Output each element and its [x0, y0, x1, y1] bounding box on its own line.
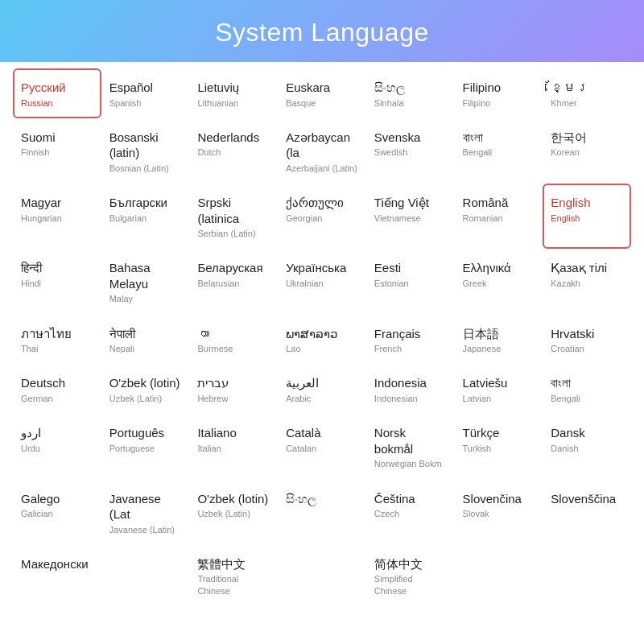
- language-item[interactable]: Tiếng ViệtVietnamese: [366, 184, 455, 249]
- language-item[interactable]: Javanese (LatJavanese (Latin): [101, 480, 190, 545]
- language-item[interactable]: DeutschGerman: [13, 364, 101, 414]
- language-item[interactable]: FilipinoFilipino: [455, 68, 543, 118]
- language-english-name: Belarusian: [197, 278, 270, 289]
- language-item[interactable]: ქართულიGeorgian: [278, 184, 366, 249]
- language-native-name: Filipino: [463, 80, 535, 96]
- language-item[interactable]: ພາສາລາວLao: [278, 315, 366, 365]
- language-english-name: Javanese (Latin): [109, 524, 182, 535]
- language-item[interactable]: Македонски: [13, 545, 101, 606]
- language-grid: РусскийRussianEspañolSpanishLietuviųLith…: [0, 62, 644, 619]
- language-item[interactable]: ภาษาไทยThai: [13, 315, 101, 365]
- language-item[interactable]: नेपालीNepali: [101, 315, 190, 365]
- language-native-name: Português: [109, 425, 182, 441]
- language-item[interactable]: ČeštinaCzech: [366, 480, 455, 545]
- language-item[interactable]: සිංහල: [278, 480, 366, 545]
- language-english-name: Danish: [551, 443, 623, 454]
- language-item[interactable]: Slovenščina: [543, 480, 631, 545]
- page-header: System Language: [0, 0, 644, 62]
- language-item[interactable]: MagyarHungarian: [13, 184, 101, 249]
- language-native-name: Română: [463, 195, 535, 211]
- language-native-name: Қазақ тілі: [551, 260, 623, 276]
- language-item[interactable]: FrançaisFrench: [366, 315, 455, 365]
- language-item[interactable]: हिन्दीHindi: [13, 249, 101, 314]
- language-item[interactable]: 한국어Korean: [543, 118, 631, 184]
- language-item[interactable]: [101, 545, 190, 606]
- language-native-name: Deutsch: [21, 375, 93, 391]
- language-english-name: Bulgarian: [109, 213, 182, 224]
- language-native-name: Indonesia: [374, 375, 447, 391]
- language-item[interactable]: اردوUrdu: [13, 414, 101, 479]
- language-item[interactable]: RomânăRomanian: [455, 184, 543, 249]
- language-english-name: Turkish: [463, 443, 535, 454]
- language-english-name: Thai: [21, 343, 93, 354]
- language-item[interactable]: PortuguêsPortuguese: [101, 414, 190, 479]
- language-native-name: O'zbek (lotin): [109, 375, 182, 391]
- language-item[interactable]: 日本語Japanese: [455, 315, 543, 365]
- language-native-name: ထာ: [197, 326, 270, 342]
- language-item[interactable]: Bahasa MelayuMalay: [101, 249, 190, 314]
- language-item[interactable]: বাংলাBengali: [543, 364, 631, 414]
- language-item[interactable]: БеларускаяBelarusian: [189, 249, 278, 314]
- language-item[interactable]: O'zbek (lotin)Uzbek (Latin): [189, 480, 278, 545]
- language-item[interactable]: TürkçeTurkish: [455, 414, 543, 479]
- language-native-name: Bahasa Melayu: [109, 260, 182, 291]
- language-item[interactable]: 繁體中文Traditional Chinese: [189, 545, 278, 606]
- language-item[interactable]: 简体中文Simplified Chinese: [366, 545, 455, 606]
- language-english-name: Greek: [463, 278, 535, 289]
- language-item[interactable]: SvenskaSwedish: [366, 118, 455, 184]
- language-native-name: Українська: [286, 260, 358, 276]
- language-item[interactable]: Norsk bokmålNorwegian Bokm: [366, 414, 455, 479]
- language-native-name: नेपाली: [109, 326, 182, 342]
- language-english-name: Khmer: [551, 97, 623, 109]
- language-item[interactable]: বাংলাBengali: [455, 118, 543, 184]
- language-item[interactable]: CatalàCatalan: [278, 414, 366, 479]
- language-item[interactable]: Bosanski (latin)Bosnian (Latin): [101, 118, 190, 184]
- language-item[interactable]: EspañolSpanish: [101, 68, 190, 118]
- language-item[interactable]: [455, 545, 543, 606]
- language-english-name: Korean: [551, 147, 623, 158]
- language-item[interactable]: العربيةArabic: [278, 364, 366, 414]
- language-item[interactable]: [278, 545, 366, 606]
- language-item[interactable]: EuskaraBasque: [278, 68, 366, 118]
- language-native-name: O'zbek (lotin): [197, 491, 270, 507]
- language-english-name: Bengali: [463, 147, 535, 158]
- language-item[interactable]: NederlandsDutch: [189, 118, 278, 184]
- page-title: System Language: [0, 18, 644, 47]
- language-item[interactable]: HrvatskiCroatian: [543, 315, 631, 365]
- language-item[interactable]: ខ្មែរKhmer: [543, 68, 631, 118]
- language-item[interactable]: IndonesiaIndonesian: [366, 364, 455, 414]
- language-item[interactable]: GalegoGalician: [13, 480, 101, 545]
- language-english-name: Hebrew: [197, 393, 270, 404]
- language-english-name: Azerbaijani (Latin): [286, 163, 358, 174]
- language-english-name: Czech: [374, 508, 447, 519]
- language-item[interactable]: DanskDanish: [543, 414, 631, 479]
- language-item[interactable]: ထာBurmese: [189, 315, 278, 365]
- language-native-name: ภาษาไทย: [21, 326, 93, 342]
- language-item[interactable]: РусскийRussian: [13, 68, 101, 118]
- language-item[interactable]: LatviešuLatvian: [455, 364, 543, 414]
- language-native-name: Français: [374, 326, 447, 342]
- language-native-name: हिन्दी: [21, 260, 93, 276]
- language-item[interactable]: УкраїнськаUkrainian: [278, 249, 366, 314]
- language-item[interactable]: SuomiFinnish: [13, 118, 101, 184]
- language-item[interactable]: EnglishEnglish: [543, 184, 631, 249]
- language-item[interactable]: ΕλληνικάGreek: [455, 249, 543, 314]
- language-item[interactable]: EestiEstonian: [366, 249, 455, 314]
- language-english-name: Finnish: [21, 147, 93, 158]
- language-item[interactable]: සිංහලSinhala: [366, 68, 455, 118]
- language-item[interactable]: Қазақ тіліKazakh: [543, 249, 631, 314]
- language-item[interactable]: עבריתHebrew: [189, 364, 278, 414]
- language-native-name: Eesti: [374, 260, 447, 276]
- language-item[interactable]: O'zbek (lotin)Uzbek (Latin): [101, 364, 190, 414]
- language-native-name: Македонски: [21, 556, 93, 572]
- language-item[interactable]: ItalianoItalian: [189, 414, 278, 479]
- language-item[interactable]: Srpski (latinicaSerbian (Latin): [189, 184, 278, 249]
- language-english-name: Arabic: [286, 393, 358, 404]
- language-english-name: Catalan: [286, 443, 358, 454]
- language-item[interactable]: [543, 545, 631, 606]
- language-item[interactable]: LietuviųLithuanian: [189, 68, 278, 118]
- language-item[interactable]: Azərbaycan (laAzerbaijani (Latin): [278, 118, 366, 184]
- language-item[interactable]: БългарскиBulgarian: [101, 184, 190, 249]
- language-item[interactable]: SlovenčinaSlovak: [455, 480, 543, 545]
- language-native-name: ខ្មែរ: [551, 80, 623, 96]
